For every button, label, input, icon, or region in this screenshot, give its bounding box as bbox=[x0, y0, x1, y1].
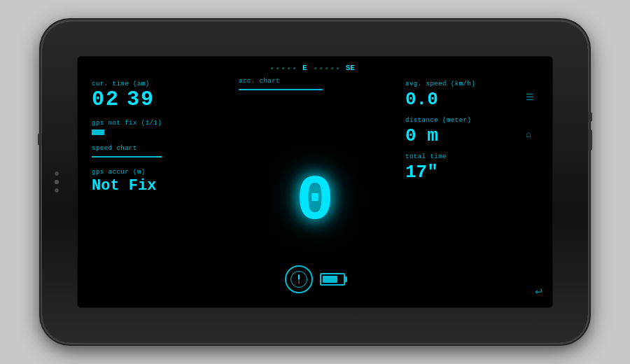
cur-time-section: Cur. time (AM) 02 39 bbox=[92, 80, 232, 111]
compass-dot bbox=[271, 67, 273, 69]
gps-accur-section: gps accur (M) Not Fix bbox=[92, 169, 232, 195]
compass-dot bbox=[314, 67, 316, 69]
home-icon[interactable]: ⌂ bbox=[526, 130, 534, 140]
total-time-label: total time bbox=[405, 153, 447, 160]
content-grid: Cur. time (AM) 02 39 gps not fix (1/1) s… bbox=[92, 78, 538, 300]
avg-speed-value: 0.0 bbox=[405, 89, 475, 110]
distance-label: distance (meter) bbox=[405, 117, 471, 124]
gps-fix-section: gps not fix (1/1) bbox=[92, 120, 232, 135]
speed-chart-section: speed chart bbox=[92, 145, 232, 158]
center-column: acc. chart 0 bbox=[232, 78, 398, 300]
total-time-value: 17" bbox=[405, 162, 447, 183]
indicator-dot bbox=[55, 180, 59, 184]
cur-time-label: Cur. time (AM) bbox=[92, 80, 232, 88]
compass-inner bbox=[290, 271, 307, 288]
time-display: 02 39 bbox=[92, 88, 232, 111]
bottom-icons bbox=[285, 265, 345, 293]
distance-section: distance (meter) 0 m bbox=[405, 117, 471, 146]
compass-dot bbox=[293, 67, 295, 69]
gps-fix-label: gps not fix (1/1) bbox=[92, 120, 232, 127]
avg-speed-section: avg. speed (Km/h) 0.0 bbox=[405, 80, 475, 110]
compass-dots-right bbox=[314, 67, 339, 69]
time-hour: 02 bbox=[92, 88, 120, 111]
compass-dot bbox=[282, 67, 284, 69]
speed-display: 0 bbox=[296, 170, 334, 233]
acc-chart-bar bbox=[239, 89, 323, 90]
volume-button[interactable] bbox=[38, 133, 42, 146]
compass-dot bbox=[331, 67, 333, 69]
menu-icon[interactable]: ☰ bbox=[526, 92, 534, 103]
acc-chart-label: acc. chart bbox=[239, 78, 280, 85]
compass-dot bbox=[276, 67, 279, 69]
avg-speed-label: avg. speed (Km/h) bbox=[405, 80, 475, 88]
battery-fill bbox=[323, 276, 337, 283]
compass-se-label: SE bbox=[342, 64, 359, 72]
battery-icon bbox=[320, 273, 345, 286]
speed-chart-label: speed chart bbox=[92, 145, 232, 152]
compass-dot bbox=[337, 67, 339, 69]
compass-dot bbox=[320, 67, 322, 69]
acc-chart-section: acc. chart bbox=[232, 78, 398, 90]
speed-chart-bar bbox=[92, 156, 162, 158]
power-button-top[interactable] bbox=[588, 112, 592, 122]
time-minute: 39 bbox=[127, 88, 155, 111]
compass-dot bbox=[326, 67, 328, 69]
screen-content: E SE Cur. time (AM) 02 bbox=[78, 57, 552, 307]
back-button[interactable]: ↩ bbox=[535, 284, 542, 299]
compass-icon bbox=[285, 265, 313, 293]
indicator-dot bbox=[55, 188, 59, 192]
screen: E SE Cur. time (AM) 02 bbox=[77, 56, 553, 308]
total-time-section: total time 17" bbox=[405, 153, 447, 183]
left-column: Cur. time (AM) 02 39 gps not fix (1/1) s… bbox=[92, 78, 232, 300]
distance-value: 0 m bbox=[405, 125, 471, 146]
compass-dot bbox=[288, 67, 290, 69]
compass-bar: E SE bbox=[190, 64, 440, 72]
gps-not-fix-value: Not Fix bbox=[92, 177, 232, 195]
compass-needle bbox=[298, 274, 300, 284]
left-indicators bbox=[55, 172, 59, 192]
gps-accur-label: gps accur (M) bbox=[92, 169, 232, 176]
phone-body: E SE Cur. time (AM) 02 bbox=[42, 21, 588, 343]
right-column: ☰ ⌂ avg. speed (Km/h) 0.0 distance (mete… bbox=[398, 78, 538, 300]
power-button-mid[interactable] bbox=[588, 130, 592, 150]
compass-east-label: E bbox=[298, 64, 312, 72]
indicator-dot bbox=[55, 172, 59, 176]
gps-fix-bar bbox=[92, 130, 104, 135]
compass-dots-left bbox=[271, 67, 295, 69]
